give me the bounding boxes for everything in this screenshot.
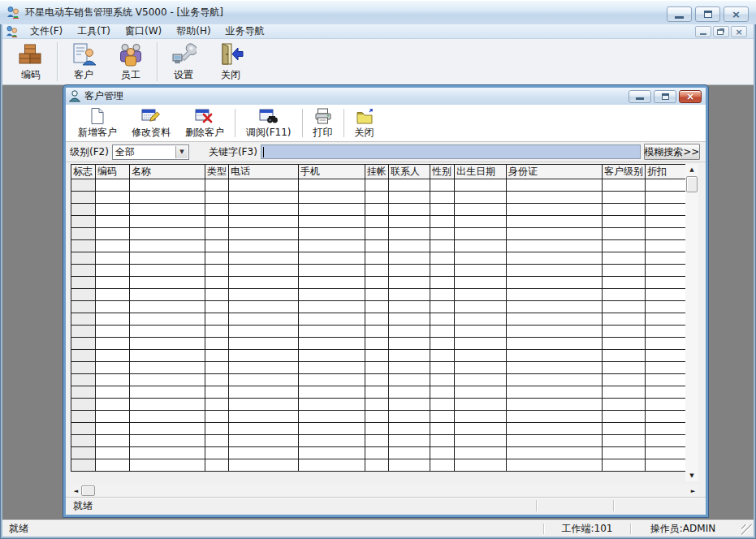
mdi-minimize-button[interactable] — [695, 26, 711, 37]
child-close-button[interactable]: × — [679, 90, 702, 103]
column-header-2[interactable]: 名称 — [130, 165, 205, 179]
table-cell — [130, 326, 205, 338]
table-row[interactable] — [71, 277, 690, 289]
column-header-5[interactable]: 手机 — [299, 165, 365, 179]
table-cell — [507, 204, 603, 216]
scroll-right-arrow-icon[interactable]: ► — [688, 488, 698, 494]
table-row[interactable] — [71, 399, 690, 411]
chevron-down-icon[interactable]: ▼ — [175, 146, 188, 158]
menu-item-help[interactable]: 帮助(H) — [169, 24, 218, 39]
mdi-restore-button[interactable] — [713, 26, 729, 37]
customer-icon — [71, 42, 97, 67]
column-header-4[interactable]: 电话 — [229, 165, 299, 179]
column-header-9[interactable]: 出生日期 — [455, 165, 507, 179]
table-cell — [507, 326, 603, 338]
column-header-11[interactable]: 客户级别 — [603, 165, 646, 179]
toolbar-button-exit[interactable]: 关闭 — [207, 39, 254, 84]
table-cell — [205, 216, 229, 228]
scroll-up-arrow-icon[interactable]: ▲ — [685, 164, 698, 175]
table-cell — [455, 313, 507, 326]
column-header-7[interactable]: 联系人 — [389, 165, 430, 179]
column-header-6[interactable]: 挂帐 — [365, 165, 389, 179]
row-marker-cell — [71, 192, 96, 204]
staff-icon — [118, 42, 144, 67]
table-row[interactable] — [71, 289, 690, 301]
scroll-down-arrow-icon[interactable]: ▼ — [685, 470, 698, 481]
table-row[interactable] — [71, 240, 690, 252]
toolbar-button-settings[interactable]: 设置 — [160, 39, 207, 84]
edit-customer-button[interactable]: 修改资料 — [124, 105, 178, 141]
table-cell — [299, 265, 365, 277]
table-row[interactable] — [71, 313, 690, 326]
table-row[interactable] — [71, 192, 690, 204]
table-row[interactable] — [71, 326, 690, 338]
table-cell — [130, 216, 205, 228]
menu-item-file[interactable]: 文件(F) — [23, 24, 70, 39]
vertical-scrollbar[interactable]: ▲ ▼ — [685, 164, 698, 481]
add-customer-button[interactable]: 新增客户 — [71, 105, 124, 141]
table-row[interactable] — [71, 423, 690, 435]
menu-item-tools[interactable]: 工具(T) — [70, 24, 118, 39]
table-row[interactable] — [71, 386, 690, 399]
menu-item-window[interactable]: 窗口(W) — [118, 24, 169, 39]
toolbar-button-coding[interactable]: 编码 — [7, 39, 54, 84]
resize-grip[interactable] — [741, 524, 752, 535]
keyword-input[interactable] — [261, 144, 641, 159]
mdi-close-button[interactable]: × — [731, 26, 747, 37]
toolbar-button-customers[interactable]: 客户 — [60, 39, 107, 84]
table-cell — [430, 326, 455, 338]
app-icon — [6, 6, 20, 19]
table-row[interactable] — [71, 447, 690, 459]
scroll-left-arrow-icon[interactable]: ◄ — [71, 488, 81, 494]
table-cell — [365, 277, 389, 289]
vertical-scrollbar-thumb[interactable] — [686, 176, 698, 192]
row-marker-cell — [71, 216, 96, 228]
child-restore-button[interactable] — [654, 90, 676, 103]
table-row[interactable] — [71, 362, 690, 374]
level-select[interactable]: 全部 ▼ — [112, 144, 189, 160]
table-cell — [646, 252, 690, 265]
table-cell — [365, 216, 389, 228]
table-cell — [96, 386, 130, 399]
table-cell — [646, 240, 690, 252]
column-header-12[interactable]: 折扣 — [646, 165, 690, 179]
table-row[interactable] — [71, 252, 690, 265]
table-cell — [229, 204, 299, 216]
table-row[interactable] — [71, 301, 690, 313]
table-row[interactable] — [71, 204, 690, 216]
table-row[interactable] — [71, 435, 690, 447]
table-cell — [507, 289, 603, 301]
table-row[interactable] — [71, 265, 690, 277]
table-row[interactable] — [71, 350, 690, 362]
print-button[interactable]: 打印 — [306, 105, 340, 141]
minimize-button[interactable] — [667, 6, 692, 22]
table-row[interactable] — [71, 411, 690, 423]
table-cell — [603, 411, 646, 423]
toolbar-button-staff[interactable]: 员工 — [107, 39, 154, 84]
view-customer-button[interactable]: 调阅(F11) — [239, 105, 299, 141]
fuzzy-search-button[interactable]: 模糊搜索>> — [644, 144, 700, 160]
table-row[interactable] — [71, 228, 690, 240]
menu-item-business-nav[interactable]: 业务导航 — [218, 24, 272, 39]
horizontal-scrollbar[interactable]: ◄ ► — [71, 485, 698, 497]
column-header-8[interactable]: 性别 — [430, 165, 455, 179]
close-button[interactable]: × — [724, 6, 749, 22]
column-header-0[interactable]: 标志 — [71, 165, 96, 179]
child-minimize-button[interactable] — [629, 90, 651, 103]
table-row[interactable] — [71, 338, 690, 350]
table-cell — [229, 459, 299, 472]
delete-customer-button[interactable]: 删除客户 — [178, 105, 231, 141]
column-header-10[interactable]: 身份证 — [507, 165, 603, 179]
table-cell — [299, 338, 365, 350]
table-cell — [389, 216, 430, 228]
table-row[interactable] — [71, 459, 690, 472]
row-marker-cell — [71, 252, 96, 265]
close-window-button[interactable]: 关闭 — [348, 105, 382, 141]
column-header-1[interactable]: 编码 — [96, 165, 130, 179]
table-row[interactable] — [71, 179, 690, 192]
column-header-3[interactable]: 类型 — [205, 165, 229, 179]
table-row[interactable] — [71, 216, 690, 228]
horizontal-scrollbar-thumb[interactable] — [81, 485, 95, 496]
maximize-button[interactable] — [695, 6, 720, 22]
table-row[interactable] — [71, 374, 690, 386]
